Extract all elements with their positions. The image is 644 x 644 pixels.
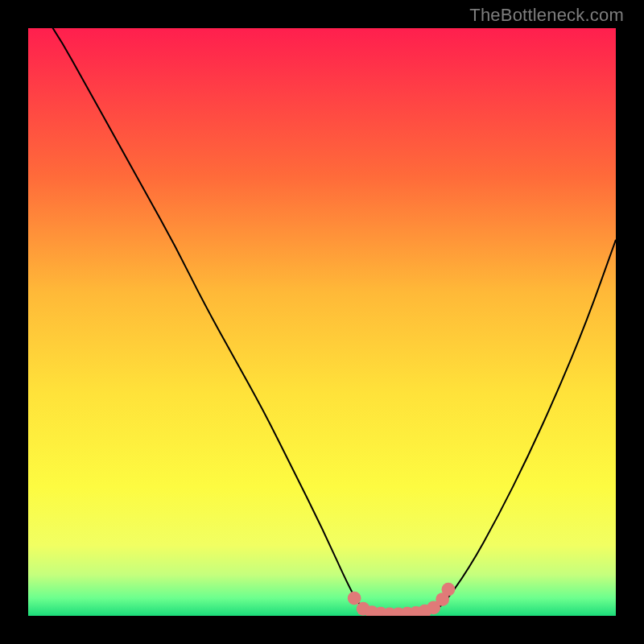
chart-container: TheBottleneck.com	[0, 0, 644, 644]
watermark-label: TheBottleneck.com	[469, 5, 624, 26]
plot-area	[28, 28, 616, 616]
optimal-marker	[348, 592, 361, 605]
optimal-marker	[442, 583, 456, 597]
optimal-zone-markers	[28, 28, 616, 616]
